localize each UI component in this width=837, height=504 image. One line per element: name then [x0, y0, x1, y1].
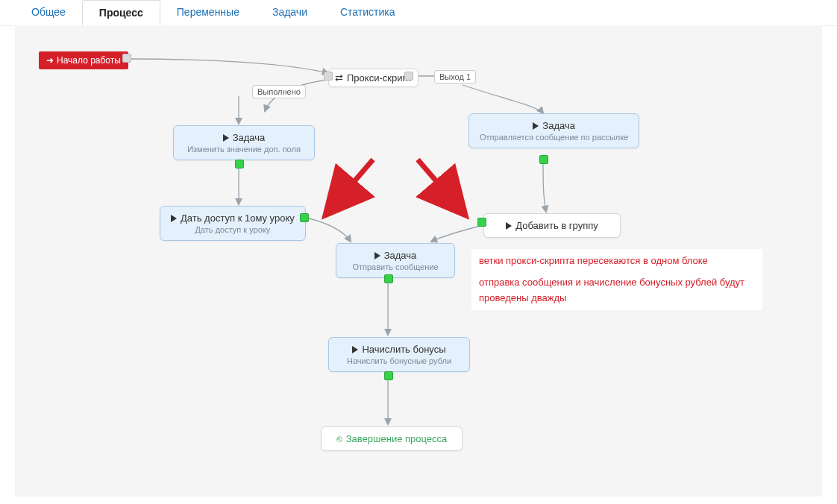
- node-title: Добавить в группу: [515, 220, 598, 231]
- node-send-message[interactable]: Задача Отправить сообщение: [336, 243, 455, 278]
- edge-label-done: Выполнено: [252, 85, 306, 98]
- proxy-title: Прокси-скрипт: [347, 72, 412, 84]
- node-send-mailing[interactable]: Задача Отправляется сообщение по рассылк…: [468, 113, 639, 148]
- edge-label-exit1: Выход 1: [434, 70, 476, 84]
- start-node[interactable]: ➜ Начало работы: [39, 51, 128, 69]
- play-icon: [506, 222, 512, 230]
- svg-line-1: [418, 160, 463, 212]
- node-sub: Отправляется сообщение по рассылке: [480, 133, 628, 142]
- port-out[interactable]: [235, 160, 244, 168]
- node-title: Задача: [233, 132, 266, 143]
- annotation-note: ветки прокси-скрипта пересекаются в одно…: [471, 249, 762, 310]
- tab-variables[interactable]: Переменные: [160, 0, 256, 25]
- annotation-line2: отправка сообщения и начисление бонусных…: [479, 275, 755, 306]
- node-give-lesson[interactable]: Дать доступ к 1ому уроку Дать доступ к у…: [160, 206, 306, 241]
- exit-icon: ⎋: [336, 433, 342, 444]
- port-in[interactable]: [324, 72, 333, 81]
- play-icon: [374, 252, 380, 259]
- node-end[interactable]: ⎋ Завершение процесса: [321, 426, 463, 451]
- node-bonus[interactable]: Начислить бонусы Начислить бонусные рубл…: [328, 337, 470, 372]
- port-out[interactable]: [384, 371, 393, 380]
- node-title: Начислить бонусы: [362, 344, 445, 355]
- svg-line-0: [328, 160, 373, 212]
- tabs-bar: Общее Процесс Переменные Задачи Статисти…: [0, 0, 837, 26]
- node-sub: Начислить бонусные рубли: [339, 356, 459, 365]
- annotation-line1: ветки прокси-скрипта пересекаются в одно…: [479, 253, 755, 269]
- port-out[interactable]: [404, 72, 413, 81]
- node-sub: Изменить значение доп. поля: [184, 145, 304, 154]
- tab-process[interactable]: Процесс: [82, 0, 160, 26]
- node-sub: Отправить сообщение: [347, 262, 444, 271]
- play-icon: [223, 134, 229, 142]
- process-canvas[interactable]: ➜ Начало работы ⇄ Прокси-скрипт Выполнен…: [15, 25, 822, 497]
- play-icon: [352, 346, 358, 353]
- port-out[interactable]: [384, 274, 393, 283]
- port-out[interactable]: [539, 155, 548, 164]
- port-out[interactable]: [300, 213, 309, 222]
- enter-icon: ➜: [46, 55, 54, 66]
- proxy-icon: ⇄: [335, 72, 343, 84]
- port-out[interactable]: [477, 218, 486, 227]
- node-task-change-field[interactable]: Задача Изменить значение доп. поля: [173, 125, 315, 160]
- play-icon: [171, 215, 177, 222]
- node-title: Дать доступ к 1ому уроку: [181, 212, 295, 224]
- node-title: Задача: [542, 120, 575, 131]
- play-icon: [533, 122, 539, 130]
- tab-tasks[interactable]: Задачи: [256, 0, 324, 25]
- start-label: Начало работы: [57, 55, 121, 66]
- node-add-to-group[interactable]: Добавить в группу: [483, 213, 621, 238]
- port-out[interactable]: [122, 54, 131, 63]
- tab-general[interactable]: Общее: [15, 0, 82, 25]
- node-sub: Дать доступ к уроку: [171, 225, 295, 234]
- tab-stats[interactable]: Статистика: [324, 0, 412, 25]
- end-title: Завершение процесса: [346, 433, 448, 444]
- node-title: Задача: [384, 250, 417, 261]
